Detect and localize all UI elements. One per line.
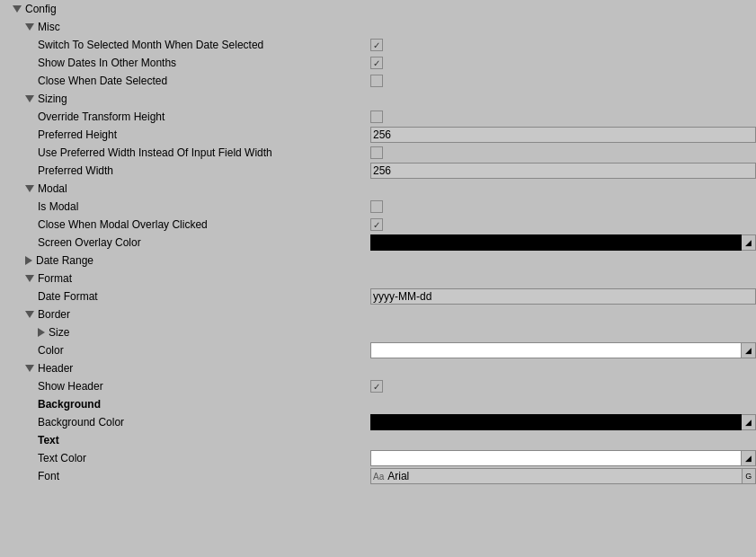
- format-arrow: [25, 275, 34, 282]
- date-format-row: Date Format: [0, 287, 756, 305]
- screen-overlay-color-field[interactable]: [370, 234, 742, 251]
- border-color-row: Color ◢: [0, 341, 756, 359]
- date-range-label: Date Range: [36, 254, 93, 267]
- is-modal-checkbox[interactable]: [370, 200, 383, 213]
- text-row: Text: [0, 431, 756, 449]
- use-preferred-width-label: Use Preferred Width Instead Of Input Fie…: [38, 146, 370, 159]
- modal-section[interactable]: Modal: [0, 180, 756, 198]
- date-range-section[interactable]: Date Range: [0, 252, 756, 270]
- modal-arrow: [25, 185, 34, 192]
- border-color-label: Color: [38, 344, 370, 357]
- date-format-input[interactable]: [370, 288, 756, 305]
- border-label: Border: [38, 308, 70, 321]
- font-picker-btn[interactable]: G: [743, 468, 756, 484]
- show-header-label: Show Header: [38, 380, 370, 393]
- config-label: Config: [25, 3, 57, 15]
- border-size-label: Size: [49, 326, 69, 339]
- preferred-width-label: Preferred Width: [38, 164, 370, 177]
- is-modal-label: Is Modal: [38, 200, 370, 213]
- text-color-field[interactable]: [370, 450, 742, 466]
- misc-section[interactable]: Misc: [0, 18, 756, 36]
- font-value: Arial: [387, 470, 409, 482]
- border-size-section[interactable]: Size: [0, 323, 756, 341]
- show-dates-checkbox[interactable]: [370, 57, 383, 69]
- sizing-label: Sizing: [38, 93, 67, 105]
- show-dates-label: Show Dates In Other Months: [38, 57, 370, 69]
- background-row: Background: [0, 395, 756, 413]
- preferred-height-label: Preferred Height: [38, 128, 370, 141]
- close-when-date-label: Close When Date Selected: [38, 75, 370, 87]
- font-row: Font Aa Arial G: [0, 467, 756, 485]
- background-color-field[interactable]: [370, 414, 742, 430]
- date-format-label: Date Format: [38, 290, 370, 303]
- sizing-section[interactable]: Sizing: [0, 90, 756, 108]
- screen-overlay-color-label: Screen Overlay Color: [38, 236, 370, 249]
- override-transform-label: Override Transform Height: [38, 111, 370, 123]
- background-label: Background: [38, 398, 370, 411]
- close-modal-overlay-checkbox[interactable]: [370, 218, 383, 231]
- sizing-arrow: [25, 95, 34, 102]
- screen-overlay-color-row: Screen Overlay Color ◢: [0, 234, 756, 252]
- close-when-date-row: Close When Date Selected: [0, 72, 756, 90]
- close-when-date-checkbox[interactable]: [370, 75, 383, 87]
- format-section[interactable]: Format: [0, 270, 756, 287]
- show-dates-row: Show Dates In Other Months: [0, 54, 756, 72]
- config-section[interactable]: Config: [0, 0, 756, 18]
- preferred-height-input[interactable]: [370, 127, 756, 143]
- is-modal-row: Is Modal: [0, 198, 756, 216]
- text-color-row: Text Color ◢: [0, 449, 756, 467]
- date-range-arrow: [25, 256, 32, 265]
- background-color-picker-btn[interactable]: ◢: [742, 414, 756, 430]
- background-color-row: Background Color ◢: [0, 413, 756, 431]
- screen-overlay-color-picker-btn[interactable]: ◢: [742, 234, 756, 251]
- use-preferred-width-checkbox[interactable]: [370, 146, 383, 159]
- config-arrow: [13, 5, 22, 13]
- border-color-picker-btn[interactable]: ◢: [742, 342, 756, 358]
- switch-label: Switch To Selected Month When Date Selec…: [38, 39, 370, 51]
- preferred-height-row: Preferred Height: [0, 126, 756, 144]
- show-header-row: Show Header: [0, 377, 756, 395]
- border-size-arrow: [38, 328, 45, 337]
- border-arrow: [25, 311, 34, 318]
- show-header-checkbox[interactable]: [370, 380, 383, 393]
- background-color-label: Background Color: [38, 416, 370, 429]
- header-section[interactable]: Header: [0, 359, 756, 377]
- header-label: Header: [38, 362, 73, 375]
- preferred-width-row: Preferred Width: [0, 162, 756, 180]
- border-color-field[interactable]: [370, 342, 742, 358]
- font-label: Font: [38, 470, 370, 482]
- close-modal-overlay-label: Close When Modal Overlay Clicked: [38, 218, 370, 231]
- inspector-panel: Config Misc Switch To Selected Month Whe…: [0, 0, 756, 485]
- use-preferred-width-row: Use Preferred Width Instead Of Input Fie…: [0, 144, 756, 162]
- font-field[interactable]: Aa Arial: [370, 468, 743, 484]
- close-modal-overlay-row: Close When Modal Overlay Clicked: [0, 216, 756, 234]
- switch-checkbox[interactable]: [370, 39, 383, 51]
- override-transform-row: Override Transform Height: [0, 108, 756, 126]
- misc-arrow: [25, 23, 34, 31]
- font-icon: Aa: [373, 472, 384, 482]
- preferred-width-input[interactable]: [370, 163, 756, 179]
- text-color-label: Text Color: [38, 452, 370, 464]
- text-color-picker-btn[interactable]: ◢: [742, 450, 756, 466]
- border-section[interactable]: Border: [0, 305, 756, 323]
- misc-label: Misc: [38, 21, 60, 33]
- override-transform-checkbox[interactable]: [370, 111, 383, 123]
- header-arrow: [25, 365, 34, 372]
- text-label: Text: [38, 434, 370, 446]
- format-label: Format: [38, 272, 72, 285]
- switch-to-selected-month-row: Switch To Selected Month When Date Selec…: [0, 36, 756, 54]
- modal-label: Modal: [38, 182, 67, 195]
